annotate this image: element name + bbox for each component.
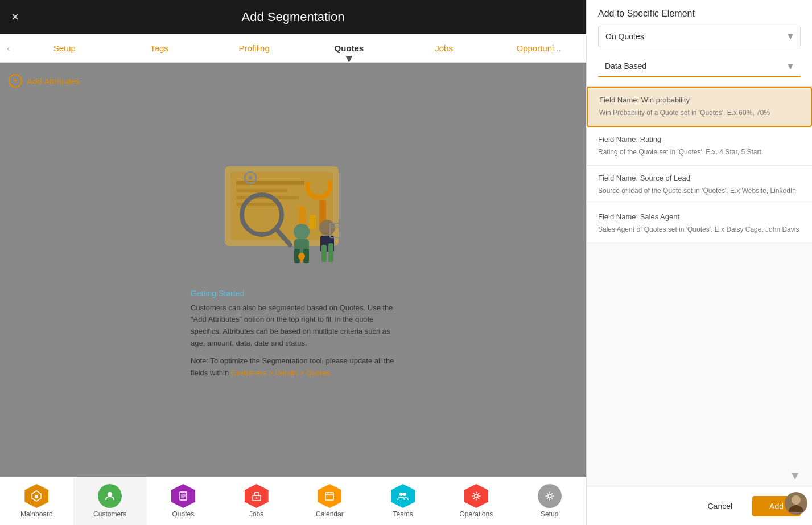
bottom-nav: Mainboard Customers Quotes Jobs Calendar — [0, 477, 586, 525]
text-section: Getting Started Customers can also be se… — [179, 289, 407, 379]
right-panel-footer: Cancel Add — [587, 487, 812, 525]
tab-opportunities[interactable]: Opportuni... — [491, 35, 586, 61]
svg-rect-24 — [330, 225, 344, 228]
field-item-win-probability[interactable]: Field Name: Win probability Win Probabil… — [587, 87, 812, 127]
nav-item-operations[interactable]: Operations — [440, 477, 513, 525]
nav-item-jobs[interactable]: Jobs — [220, 477, 293, 525]
illustration — [213, 161, 373, 274]
type-dropdown-wrapper: Data Based Attribute Based ▼ — [598, 56, 801, 77]
right-panel-header: Add to Specific Element On Quotes On Job… — [587, 0, 812, 87]
element-dropdown-wrapper: On Quotes On Jobs On Leads ▼ — [598, 26, 801, 47]
field-item-rating[interactable]: Field Name: Rating Rating of the Quote s… — [587, 127, 812, 166]
mainboard-icon — [24, 484, 48, 508]
teams-icon — [391, 484, 415, 508]
nav-item-quotes[interactable]: Quotes — [147, 477, 220, 525]
svg-point-22 — [248, 175, 253, 180]
svg-point-38 — [399, 493, 403, 496]
calendar-icon — [318, 484, 341, 508]
field-desc-sales-agent: Sales Agent of Quotes set in 'Quotes'. E… — [598, 224, 801, 235]
nav-left-arrow[interactable]: ‹ — [0, 43, 17, 54]
nav-item-mainboard[interactable]: Mainboard — [0, 477, 73, 525]
description-text: Customers can also be segmented based on… — [191, 302, 395, 350]
right-panel-title: Add to Specific Element — [598, 9, 801, 19]
nav-item-setup[interactable]: Setup — [513, 477, 586, 525]
note-text: Note: To optimize the Segmentation tool,… — [191, 355, 395, 379]
nav-tabs: ‹ Setup Tags Profiling Quotes Jobs Oppor… — [0, 34, 586, 63]
tab-setup[interactable]: Setup — [17, 35, 112, 61]
svg-rect-7 — [309, 215, 316, 229]
svg-point-25 — [35, 495, 38, 498]
svg-point-42 — [792, 495, 801, 505]
content-area: Getting Started Customers can also be se… — [0, 63, 586, 477]
cancel-button[interactable]: Cancel — [693, 496, 747, 516]
quotes-icon — [171, 484, 195, 508]
field-desc-win-probability: Win Probability of a Quote set in 'Quote… — [599, 108, 799, 118]
field-name-source-of-lead: Field Name: Source of Lead — [598, 174, 801, 182]
operations-icon — [464, 484, 488, 508]
field-item-sales-agent[interactable]: Field Name: Sales Agent Sales Agent of Q… — [587, 204, 812, 243]
setup-icon — [538, 484, 562, 508]
page-title: Add Segmentation — [241, 10, 344, 24]
field-item-source-of-lead[interactable]: Field Name: Source of Lead Source of lea… — [587, 166, 812, 204]
tab-tags[interactable]: Tags — [112, 35, 207, 61]
svg-point-40 — [475, 494, 478, 498]
svg-point-39 — [403, 493, 406, 496]
element-dropdown[interactable]: On Quotes On Jobs On Leads — [598, 26, 801, 47]
svg-rect-19 — [328, 243, 333, 262]
note-link[interactable]: Customers > Details > Quotes. — [231, 368, 332, 377]
jobs-icon — [245, 484, 269, 508]
svg-rect-34 — [325, 493, 333, 500]
operations-label: Operations — [460, 510, 493, 518]
field-desc-source-of-lead: Source of lead of the Quote set in 'Quot… — [598, 186, 801, 196]
getting-started-label: Getting Started — [191, 289, 395, 298]
svg-rect-18 — [321, 245, 327, 262]
tab-quotes[interactable]: Quotes — [302, 35, 397, 61]
nav-item-teams[interactable]: Teams — [366, 477, 440, 525]
tab-jobs[interactable]: Jobs — [397, 35, 492, 61]
customers-label: Customers — [93, 510, 126, 518]
svg-point-41 — [548, 494, 551, 498]
svg-point-26 — [108, 492, 112, 497]
nav-item-customers[interactable]: Customers — [73, 477, 147, 525]
teams-label: Teams — [393, 510, 413, 518]
jobs-label: Jobs — [249, 510, 263, 518]
scroll-down-hint: ▼ — [587, 465, 812, 487]
calendar-label: Calendar — [316, 510, 344, 518]
setup-label: Setup — [541, 510, 558, 518]
close-button[interactable]: × — [11, 10, 19, 24]
field-desc-rating: Rating of the Quote set in 'Quotes'. E.x… — [598, 147, 801, 157]
svg-point-12 — [294, 224, 310, 240]
quotes-label: Quotes — [172, 510, 195, 518]
tab-profiling[interactable]: Profiling — [207, 35, 302, 61]
field-list: Field Name: Win probability Win Probabil… — [587, 87, 812, 465]
main-area: × Add Segmentation ‹ Setup Tags Profilin… — [0, 0, 586, 525]
type-dropdown[interactable]: Data Based Attribute Based — [598, 56, 801, 77]
field-name-sales-agent: Field Name: Sales Agent — [598, 212, 801, 221]
field-name-win-probability: Field Name: Win probability — [599, 96, 799, 104]
field-name-rating: Field Name: Rating — [598, 135, 801, 143]
nav-item-calendar[interactable]: Calendar — [293, 477, 366, 525]
mainboard-label: Mainboard — [20, 510, 53, 518]
customers-icon — [98, 484, 122, 508]
right-panel: Add to Specific Element On Quotes On Job… — [586, 0, 812, 525]
svg-rect-3 — [236, 189, 287, 192]
avatar[interactable] — [785, 492, 807, 515]
header-bar: × Add Segmentation — [0, 0, 586, 34]
